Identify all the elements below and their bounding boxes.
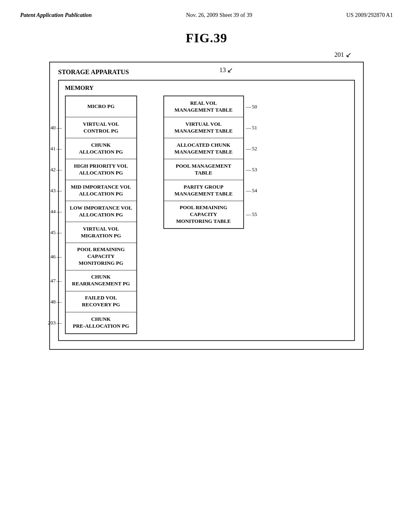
- ref-right-54: —54: [246, 187, 257, 194]
- page-header: Patent Application Publication Nov. 26, …: [20, 12, 393, 19]
- memory-label: MEMORY: [65, 85, 348, 91]
- left-column-wrapper: 40—41—42—43—44—45—46—47—48—203— MICRO PG…: [65, 96, 137, 334]
- right-cell-4: PARITY GROUP MANAGEMENT TABLE: [164, 180, 243, 201]
- right-cell-3: POOL MANAGEMENT TABLE: [164, 159, 243, 180]
- header-patent-number: US 2009/292870 A1: [346, 12, 393, 19]
- left-cells-container: MICRO PGVIRTUAL VOL CONTROL PGCHUNK ALLO…: [66, 96, 136, 333]
- ref-left-48: 48—: [50, 299, 62, 305]
- ref-left-46: 46—: [50, 254, 62, 260]
- left-cell-2: CHUNK ALLOCATION PG: [66, 138, 136, 159]
- ref-201: 201 ↙: [334, 50, 352, 59]
- left-cell-9: FAILED VOL RECOVERY PG: [66, 291, 136, 312]
- ref-left-43: 43—: [50, 187, 62, 194]
- columns-container: 40—41—42—43—44—45—46—47—48—203— MICRO PG…: [65, 96, 348, 334]
- ref-right-53: —53: [246, 166, 257, 173]
- left-cell-10: CHUNK PRE-ALLOCATION PG: [66, 312, 136, 333]
- ref-right-55: —55: [246, 211, 257, 218]
- left-column: MICRO PGVIRTUAL VOL CONTROL PGCHUNK ALLO…: [65, 96, 137, 334]
- left-cell-1: VIRTUAL VOL CONTROL PG: [66, 117, 136, 138]
- left-cell-5: LOW IMPORTANCE VOL ALLOCATION PG: [66, 201, 136, 222]
- ref-left-45: 45—: [50, 229, 62, 236]
- left-cell-4: MID IMPORTANCE VOL ALLOCATION PG: [66, 180, 136, 201]
- right-column-wrapper: REAL VOL MANAGEMENT TABLEVIRTUAL VOL MAN…: [151, 96, 244, 229]
- left-cell-6: VIRTUAL VOL MIGRATION PG: [66, 222, 136, 243]
- ref-left-42: 42—: [50, 166, 62, 173]
- right-cell-5: POOL REMAINING CAPACITY MONITORING TABLE: [164, 201, 243, 228]
- storage-apparatus-label: STORAGE APPARATUS: [58, 69, 355, 76]
- right-column: REAL VOL MANAGEMENT TABLEVIRTUAL VOL MAN…: [163, 96, 244, 229]
- ref-right-52: —52: [246, 145, 257, 152]
- right-cell-1: VIRTUAL VOL MANAGEMENT TABLE: [164, 117, 243, 138]
- ref-left-44: 44—: [50, 208, 62, 215]
- memory-box: MEMORY 40—41—42—43—44—45—46—47—48—203— M…: [58, 80, 355, 341]
- ref-left-47: 47—: [50, 278, 62, 284]
- ref-13: 13 ↙: [219, 66, 233, 75]
- figure-title: FIG.39: [20, 31, 393, 46]
- ref-left-40: 40—: [50, 125, 62, 131]
- ref-left-203: 203—: [48, 320, 62, 326]
- ref-right-51: —51: [246, 125, 257, 131]
- right-cell-2: ALLOCATED CHUNK MANAGEMENT TABLE: [164, 138, 243, 159]
- right-cell-0: REAL VOL MANAGEMENT TABLE: [164, 96, 243, 117]
- left-cell-3: HIGH PRIORITY VOL ALLOCATION PG: [66, 159, 136, 180]
- ref-left-41: 41—: [50, 145, 62, 152]
- left-cell-0: MICRO PG: [66, 96, 136, 117]
- header-date-sheet: Nov. 26, 2009 Sheet 39 of 39: [186, 12, 252, 19]
- header-publication: Patent Application Publication: [20, 12, 92, 19]
- left-cell-8: CHUNK REARRANGEMENT PG: [66, 270, 136, 291]
- right-refs: —50—51—52—53—54—55: [246, 96, 266, 229]
- page: Patent Application Publication Nov. 26, …: [0, 0, 413, 532]
- storage-apparatus-box: STORAGE APPARATUS 13 ↙ MEMORY 40—41—42—4…: [49, 62, 364, 350]
- left-cell-7: POOL REMAINING CAPACITY MONITORING PG: [66, 243, 136, 270]
- diagram-area: 201 ↙ STORAGE APPARATUS 13 ↙ MEMORY 40—4…: [49, 62, 364, 350]
- ref-right-50: —50: [246, 104, 257, 110]
- left-refs: 40—41—42—43—44—45—46—47—48—203—: [46, 96, 62, 334]
- right-cells-container: REAL VOL MANAGEMENT TABLEVIRTUAL VOL MAN…: [164, 96, 243, 228]
